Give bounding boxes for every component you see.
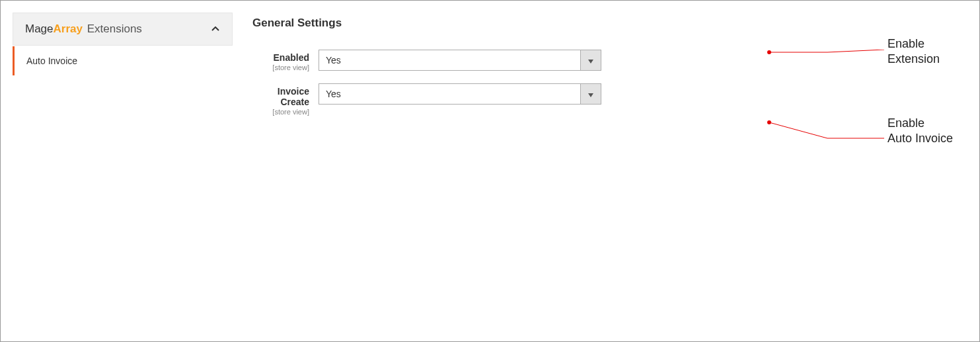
brand-title: MageArray Extensions: [25, 22, 142, 36]
chevron-up-icon: [211, 24, 220, 34]
select-dropdown-button[interactable]: [580, 83, 601, 105]
select-enabled[interactable]: Yes: [319, 50, 601, 71]
select-invoice-create[interactable]: Yes: [319, 83, 601, 105]
field-scope-invoice-create: [store view]: [252, 108, 309, 116]
annotation-line2: Auto Invoice: [887, 132, 953, 145]
annotation-line1: Enable: [887, 116, 924, 130]
select-dropdown-button[interactable]: [580, 50, 601, 71]
field-label-enabled: Enabled: [252, 52, 309, 63]
sidebar-item-label: Auto Invoice: [26, 56, 77, 66]
brand-part1: Mage: [25, 22, 54, 35]
label-col: Invoice Create [store view]: [252, 83, 319, 116]
sidebar-section-header[interactable]: MageArray Extensions: [13, 13, 233, 46]
select-input-invoice-create[interactable]: Yes: [319, 83, 601, 105]
field-label-invoice-create: Invoice Create: [252, 86, 309, 107]
svg-marker-0: [588, 60, 593, 64]
select-input-enabled[interactable]: Yes: [319, 50, 601, 71]
sidebar-item-auto-invoice[interactable]: Auto Invoice: [13, 46, 233, 75]
caret-down-icon: [588, 54, 593, 66]
svg-point-3: [767, 120, 771, 124]
form-row-enabled: Enabled [store view] Yes: [252, 50, 967, 71]
field-scope-enabled: [store view]: [252, 64, 309, 71]
annotation-enable-extension: Enable Extension: [887, 36, 967, 67]
caret-down-icon: [588, 88, 593, 100]
annotation-enable-auto-invoice: Enable Auto Invoice: [887, 116, 953, 147]
brand-part2: Array: [54, 22, 83, 35]
select-value: Yes: [326, 55, 341, 65]
main-content: General Settings Enabled [store view] Ye…: [233, 13, 967, 329]
form-row-invoice-create: Invoice Create [store view] Yes: [252, 83, 967, 116]
select-value: Yes: [326, 89, 341, 99]
section-title: General Settings: [252, 13, 967, 30]
sidebar: MageArray Extensions Auto Invoice: [13, 13, 233, 329]
brand-part3: Extensions: [87, 22, 142, 35]
label-col: Enabled [store view]: [252, 50, 319, 71]
svg-marker-1: [588, 93, 593, 97]
callout-line-2: [767, 120, 886, 146]
